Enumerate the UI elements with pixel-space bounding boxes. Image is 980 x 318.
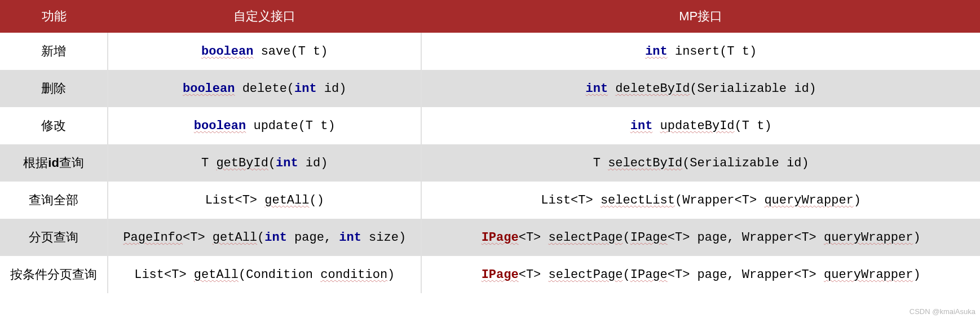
feature-cell: 按条件分页查询 — [0, 256, 108, 293]
feature-cell: 删除 — [0, 70, 108, 107]
table-header-row: 功能 自定义接口 MP接口 — [0, 0, 980, 33]
table-row: 删除 boolean delete(int id) int deleteById… — [0, 70, 980, 107]
custom-api-cell: List<T> getAll(Condition condition) — [108, 256, 421, 293]
custom-api-cell: boolean delete(int id) — [108, 70, 421, 107]
mp-api-cell: int updateById(T t) — [421, 107, 980, 144]
table-row: 根据id查询 T getById(int id) T selectById(Se… — [0, 144, 980, 182]
mp-api-cell: List<T> selectList(Wrapper<T> queryWrapp… — [421, 182, 980, 219]
custom-api-cell: T getById(int id) — [108, 144, 421, 182]
custom-api-cell: boolean save(T t) — [108, 33, 421, 70]
mp-api-cell: int insert(T t) — [421, 33, 980, 70]
custom-api-cell: PageInfo<T> getAll(int page, int size) — [108, 219, 421, 256]
mp-api-cell: int deleteById(Serializable id) — [421, 70, 980, 107]
custom-api-cell: List<T> getAll() — [108, 182, 421, 219]
mp-api-cell: T selectById(Serializable id) — [421, 144, 980, 182]
mp-api-cell: IPage<T> selectPage(IPage<T> page, Wrapp… — [421, 256, 980, 293]
table-row: 查询全部 List<T> getAll() List<T> selectList… — [0, 182, 980, 219]
feature-cell: 查询全部 — [0, 182, 108, 219]
header-custom-api: 自定义接口 — [108, 0, 421, 33]
table-row: 分页查询 PageInfo<T> getAll(int page, int si… — [0, 219, 980, 256]
feature-cell: 新增 — [0, 33, 108, 70]
table-row: 修改 boolean update(T t) int updateById(T … — [0, 107, 980, 144]
header-feature: 功能 — [0, 0, 108, 33]
feature-cell: 分页查询 — [0, 219, 108, 256]
header-mp-api: MP接口 — [421, 0, 980, 33]
comparison-table: 功能 自定义接口 MP接口 新增 boolean save(T t) int i… — [0, 0, 980, 293]
feature-cell: 根据id查询 — [0, 144, 108, 182]
mp-api-cell: IPage<T> selectPage(IPage<T> page, Wrapp… — [421, 219, 980, 256]
table-row: 按条件分页查询 List<T> getAll(Condition conditi… — [0, 256, 980, 293]
feature-cell: 修改 — [0, 107, 108, 144]
table-row: 新增 boolean save(T t) int insert(T t) — [0, 33, 980, 70]
custom-api-cell: boolean update(T t) — [108, 107, 421, 144]
